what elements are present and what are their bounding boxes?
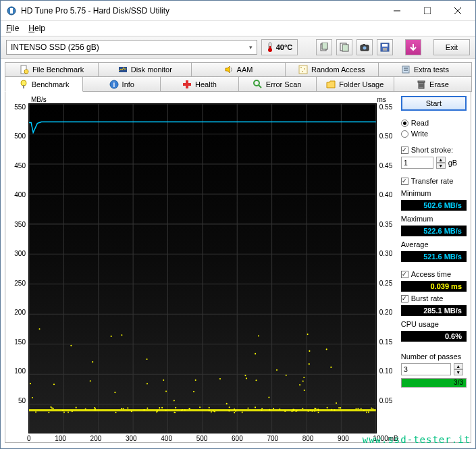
- passes-progress: 3/3: [401, 378, 467, 388]
- svg-point-140: [32, 397, 33, 398]
- start-button[interactable]: Start: [401, 96, 467, 111]
- screenshot-button[interactable]: [356, 39, 373, 55]
- tab-benchmark[interactable]: Benchmark: [5, 77, 83, 92]
- svg-point-148: [53, 384, 55, 385]
- copy-screenshot-button[interactable]: [336, 39, 352, 55]
- svg-point-144: [30, 383, 31, 384]
- svg-point-69: [286, 375, 287, 376]
- burst-rate-value: 285.1 MB/s: [401, 305, 467, 316]
- svg-point-166: [174, 412, 176, 413]
- menu-help[interactable]: Help: [28, 24, 45, 33]
- chevron-down-icon: ▾: [249, 44, 253, 51]
- radio-on-icon: [401, 120, 408, 127]
- svg-point-100: [193, 391, 194, 392]
- chart-area: MB/s ms 55050045040035030025020015010050: [9, 96, 396, 442]
- svg-point-80: [255, 406, 256, 408]
- svg-point-91: [165, 410, 167, 411]
- svg-point-167: [246, 377, 247, 379]
- svg-point-179: [114, 392, 115, 393]
- close-button[interactable]: [442, 1, 473, 20]
- svg-point-70: [338, 407, 340, 408]
- tab-disk-monitor[interactable]: Disk monitor: [98, 62, 192, 77]
- tab-folder-usage[interactable]: Folder Usage: [316, 77, 394, 92]
- svg-point-130: [366, 411, 367, 413]
- svg-point-78: [38, 328, 40, 329]
- svg-point-29: [21, 80, 26, 86]
- mode-read-radio[interactable]: Read: [401, 119, 467, 127]
- svg-point-162: [209, 407, 210, 408]
- svg-point-136: [175, 407, 176, 408]
- transfer-rate-checkbox[interactable]: ✓Transfer rate: [401, 177, 467, 185]
- tab-file-benchmark[interactable]: File Benchmark: [5, 62, 99, 77]
- tab-random-access[interactable]: Random Access: [285, 62, 379, 77]
- checkbox-checked-icon: ✓: [401, 271, 408, 278]
- svg-point-181: [293, 409, 294, 411]
- svg-rect-8: [269, 46, 271, 50]
- tab-error-scan[interactable]: Error Scan: [238, 77, 317, 92]
- mode-write-radio[interactable]: Write: [401, 130, 467, 138]
- svg-point-99: [309, 350, 310, 352]
- options-button[interactable]: [405, 39, 421, 55]
- svg-point-168: [326, 348, 327, 350]
- passes-field[interactable]: [401, 363, 451, 375]
- tab-extra-tests[interactable]: Extra tests: [378, 62, 472, 77]
- short-stroke-checkbox[interactable]: ✓Short stroke:: [401, 146, 467, 154]
- svg-point-165: [314, 411, 315, 412]
- svg-point-138: [143, 409, 144, 411]
- svg-point-111: [255, 353, 256, 354]
- svg-point-20: [24, 70, 28, 74]
- svg-point-90: [361, 408, 362, 409]
- x-axis: 01002003004005006007008009001000mB: [9, 433, 382, 442]
- spin-up-icon[interactable]: ▲: [454, 363, 463, 369]
- y-right-unit: ms: [377, 96, 386, 103]
- copy-info-button[interactable]: [316, 39, 332, 55]
- passes-label: Number of passes: [401, 352, 467, 361]
- min-value: 502.6 MB/s: [401, 200, 467, 211]
- svg-point-158: [268, 396, 269, 398]
- tab-area: File Benchmark Disk monitor AAM Random A…: [1, 59, 475, 92]
- content-panel: MB/s ms 55050045040035030025020015010050: [5, 92, 471, 443]
- svg-rect-64: [29, 409, 376, 411]
- svg-point-177: [318, 412, 319, 413]
- access-time-checkbox[interactable]: ✓Access time: [401, 270, 467, 278]
- svg-point-84: [214, 411, 215, 412]
- svg-text:i: i: [113, 81, 115, 88]
- tab-aam[interactable]: AAM: [191, 62, 285, 77]
- tab-health[interactable]: Health: [160, 77, 238, 92]
- passes-input[interactable]: ▲▼: [401, 363, 467, 375]
- exit-button[interactable]: Exit: [433, 39, 470, 55]
- svg-point-102: [219, 378, 221, 379]
- spin-down-icon[interactable]: ▼: [454, 369, 463, 375]
- maximize-button[interactable]: [412, 1, 442, 20]
- sidebar: Start Read Write ✓Short stroke: ▲▼ gB ✓T…: [396, 96, 467, 442]
- svg-point-82: [159, 407, 160, 408]
- svg-point-96: [131, 411, 132, 412]
- menu-file[interactable]: File: [6, 24, 19, 33]
- svg-point-123: [85, 408, 86, 410]
- svg-point-182: [63, 412, 65, 413]
- svg-rect-10: [322, 43, 327, 49]
- svg-point-101: [115, 412, 117, 413]
- radio-off-icon: [401, 130, 408, 138]
- watermark: www.ssd-tester.it: [363, 434, 471, 445]
- minimize-button[interactable]: [381, 1, 412, 20]
- svg-point-160: [163, 379, 164, 381]
- svg-rect-17: [382, 44, 388, 47]
- checkbox-checked-icon: ✓: [401, 178, 408, 185]
- short-stroke-field[interactable]: [401, 157, 433, 169]
- benchmark-plot: [28, 103, 377, 433]
- svg-point-139: [372, 408, 373, 410]
- short-stroke-input[interactable]: ▲▼ gB: [401, 157, 467, 169]
- spin-up-icon[interactable]: ▲: [436, 157, 446, 163]
- drive-select[interactable]: INTENSO SSD (256 gB) ▾: [6, 40, 257, 55]
- tab-erase[interactable]: Erase: [394, 77, 472, 92]
- burst-rate-checkbox[interactable]: ✓Burst rate: [401, 294, 467, 302]
- svg-point-134: [357, 408, 359, 409]
- svg-point-135: [147, 359, 148, 360]
- svg-point-88: [199, 406, 201, 408]
- tab-info[interactable]: iInfo: [82, 77, 161, 92]
- save-button[interactable]: [377, 39, 393, 55]
- spin-down-icon[interactable]: ▼: [436, 163, 446, 169]
- svg-point-175: [94, 407, 95, 408]
- svg-rect-12: [342, 45, 348, 51]
